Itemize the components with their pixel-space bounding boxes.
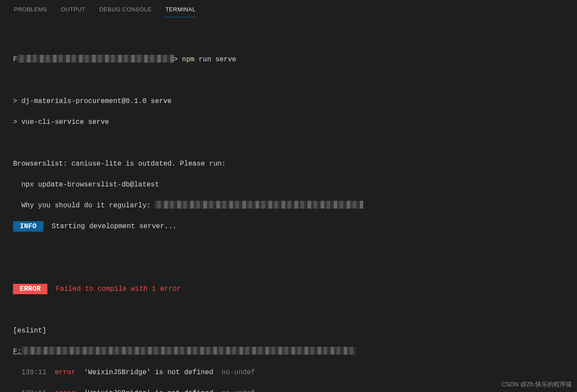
censored-path (17, 55, 174, 63)
browserslist-why: Why you should do it regularly: (13, 202, 155, 209)
lint-rule-2: no-undef (222, 389, 255, 392)
cmd-npm: npm (182, 56, 195, 63)
cmd-args: run serve (195, 56, 236, 63)
lint-location-2: 139:11 (13, 389, 46, 392)
lint-severity-2: error (55, 389, 76, 392)
terminal-output[interactable]: F> npm run serve > dj-materials-procurem… (0, 18, 577, 392)
prompt-path: F (13, 56, 17, 63)
tab-problems[interactable]: PROBLEMS (13, 3, 48, 17)
tab-debug-console[interactable]: DEBUG CONSOLE (99, 3, 153, 17)
script-line-2: > vue-cli-service serve (13, 117, 564, 127)
lint-rule-1: no-undef (222, 369, 255, 376)
censored-file-1 (21, 347, 356, 355)
eslint-file: F: (13, 348, 21, 355)
eslint-header: [eslint] (13, 326, 564, 336)
browserslist-cmd: npx update-browserslist-db@latest (13, 179, 564, 190)
lint-location-1: 139:11 (13, 369, 46, 376)
error-badge: ERROR (13, 284, 47, 294)
lint-message-1: 'WeixinJSBridge' is not defined (84, 369, 213, 376)
script-line-1: > dj-materials-procurement@0.1.0 serve (13, 96, 564, 106)
watermark: CSDN @Zh.快乐的程序猿 (501, 381, 572, 389)
prompt-arrow: > (174, 56, 178, 63)
tab-terminal[interactable]: TERMINAL (165, 3, 197, 17)
lint-severity-1: error (55, 369, 76, 376)
error-summary: Failed to compile with 1 error (47, 285, 181, 293)
tab-output[interactable]: OUTPUT (60, 3, 86, 17)
lint-message-2: 'WeixinJSBridge' is not defined (84, 389, 213, 392)
info-text: Starting development server... (43, 223, 177, 230)
censored-url (155, 201, 363, 209)
panel-tabs: PROBLEMS OUTPUT DEBUG CONSOLE TERMINAL (0, 0, 577, 18)
info-badge: INFO (13, 221, 43, 232)
browserslist-warning: Browserslist: caniuse-lite is outdated. … (13, 159, 564, 169)
